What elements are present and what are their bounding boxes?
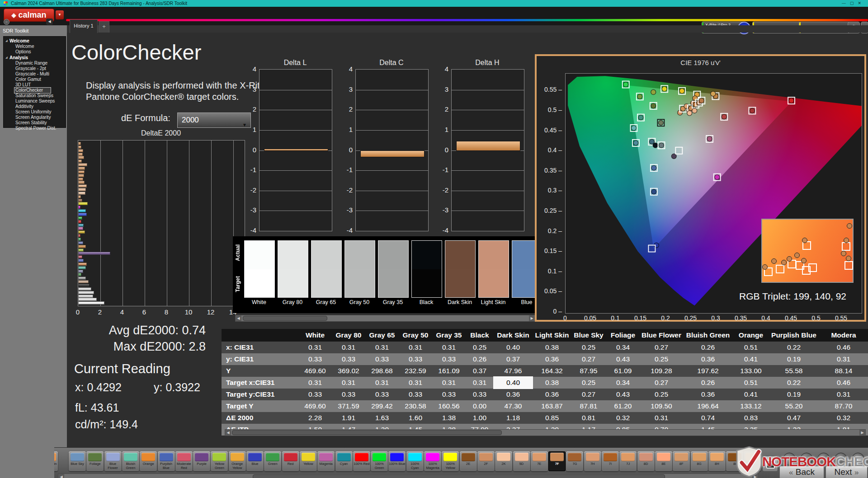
sidebar-item-additivity[interactable]: Additivity [4,104,66,109]
patch-button-100-cyan[interactable]: 100% Cyan [406,451,424,471]
patch-button-7g[interactable]: 7G [566,451,583,471]
sidebar-item-color-gamut[interactable]: Color Gamut [4,77,66,82]
sidebar-item-saturation-sweeps[interactable]: Saturation Sweeps [4,93,66,98]
patch-button-bluish-green[interactable]: Bluish Green [122,451,139,471]
sidebar-collapse-button[interactable]: ◀ [46,19,53,25]
expander-icon[interactable]: ◢ [5,39,8,42]
scroll-left-icon[interactable]: ◀ [225,430,231,436]
patch-button-green[interactable]: Green [264,451,281,471]
sidebar-item-3d-lut[interactable]: 3D LUT [4,82,66,88]
transport-button[interactable] [835,453,847,465]
patch-button-7h[interactable]: 7H [584,451,601,471]
patch-label: Moderate Red [175,462,193,470]
patch-button-8e[interactable]: 8E [655,451,672,471]
add-tab-button[interactable]: + [99,21,109,33]
patch-label: 2K [495,462,512,466]
patch-button-100-blue[interactable]: 100% Blue [388,451,406,471]
sidebar-pin-button[interactable] [4,19,9,25]
patch-button-orange[interactable]: Orange [140,451,157,471]
scroll-left-icon[interactable]: ◀ [236,315,241,321]
scroll-right-icon[interactable]: ▶ [752,474,758,478]
scroll-left-icon[interactable]: ◀ [58,474,64,478]
scroll-right-icon[interactable]: ▶ [529,315,535,321]
patch-button-8f[interactable]: 8F [673,451,690,471]
patch-button-8i[interactable]: 8I [726,451,743,471]
chevron-down-icon[interactable]: ▼ [56,10,64,19]
patch-button-100-magenta[interactable]: 100% Magenta [424,451,441,471]
sidebar-item-options[interactable]: Options [4,49,66,55]
sidebar-item-screen-stability[interactable]: Screen Stability [4,120,66,126]
scrollbar-thumb[interactable] [243,316,327,321]
patch-button-8h[interactable]: 8H [708,451,726,471]
patch-button-7f[interactable]: 7F [548,451,566,471]
sidebar-item-grayscale-multi[interactable]: Grayscale - Multi [4,71,66,77]
scrollbar[interactable]: ◀▶ [235,315,535,322]
sidebar-item-welcome[interactable]: Welcome [4,44,66,49]
patch-button-magenta[interactable]: Magenta [317,451,335,471]
patch-button-2k[interactable]: 2K [495,451,512,471]
patch-button-5d[interactable]: 5D [513,451,530,471]
tree-section[interactable]: ◢Analysis [4,55,66,61]
expander-icon[interactable]: ◢ [5,56,8,59]
deltae-bar [78,142,81,145]
patch-button-purplish-blue[interactable]: Purplish Blue [158,451,175,471]
patch-button-7i[interactable]: 7I [602,451,619,471]
table-cell: 87.95 [571,365,606,377]
patch-button-moderate-red[interactable]: Moderate Red [175,451,193,471]
patch-button-yellow[interactable]: Yellow [300,451,317,471]
patch-button-2e[interactable]: 2E [460,451,477,471]
deltae-bar [78,245,86,248]
patch-button-100-red[interactable]: 100% Red [353,451,370,471]
patch-button-foliage[interactable]: Foliage [86,451,104,471]
patch-button-cyan[interactable]: Cyan [335,451,353,471]
sidebar-item-luminance-sweeps[interactable]: Luminance Sweeps [4,98,66,104]
patch-button-blue-sky[interactable]: Blue Sky [69,451,86,471]
highlighted-cell[interactable]: 0.40 [494,377,533,389]
transport-button[interactable] [852,453,864,465]
sidebar-item-screen-uniformity[interactable]: Screen Uniformity [4,109,66,115]
window-controls[interactable]: —▢✕ [842,0,865,7]
patch-button-yellow-green[interactable]: Yellow Green [211,451,228,471]
delta-bar [456,141,521,151]
deltae-bar [78,259,84,262]
tab-history-1[interactable]: History 1 [70,19,98,33]
sidebar-item-screen-angularity[interactable]: Screen Angularity [4,115,66,120]
sidebar-item-spectral-power-dist-[interactable]: Spectral Power Dist. [4,126,66,131]
patch-button-blue-flower[interactable]: Blue Flower [104,451,122,471]
next-button[interactable]: Next » [826,466,868,478]
deltae-bar [78,159,82,163]
tree-section[interactable]: ◢Welcome [4,38,66,44]
de-formula-dropdown[interactable]: 2000 ▼ [177,112,251,128]
transport-button[interactable] [800,453,813,465]
patch-button-blue[interactable]: Blue [246,451,264,471]
stop-icon [766,460,775,469]
patch-button-red[interactable]: Red [282,451,299,471]
back-button[interactable]: « Back [779,466,824,478]
scrollbar[interactable]: ◀▶ [225,429,866,436]
transport-button[interactable] [817,453,830,465]
patch-button-7e[interactable]: 7E [531,451,548,471]
patch-button-8g[interactable]: 8G [691,451,708,471]
patch-button-8d[interactable]: 8D [637,451,655,471]
transport-button[interactable] [783,453,796,465]
sidebar-item-grayscale-2pt[interactable]: Grayscale - 2pt [4,66,66,71]
sidebar-item-dynamic-range[interactable]: Dynamic Range [4,61,66,66]
patch-button-2f[interactable]: 2F [477,451,495,471]
rgb-triplet-readout: RGB Triplet: 199, 140, 92 [739,291,846,302]
table-cell: 1.38 [432,412,466,424]
scrollbar-thumb[interactable] [232,430,502,435]
scrollbar-thumb[interactable] [253,474,665,478]
stop-button[interactable] [762,456,778,472]
patch-button-orange-yellow[interactable]: Orange Yellow [229,451,246,471]
patch-button-light-skin[interactable]: Light Skin [54,451,58,471]
scroll-right-icon[interactable]: ▶ [859,430,865,436]
patch-button-100-green[interactable]: 100% Green [371,451,388,471]
deltae-bar [78,276,86,280]
deltae-bar [78,248,84,252]
scrollbar[interactable]: ◀▶ [58,473,759,478]
patch-button-7j[interactable]: 7J [619,451,637,471]
sidebar-item-colorchecker[interactable]: ColorChecker [14,88,51,93]
patch-button-100-yellow[interactable]: 100% Yellow [442,451,459,471]
patch-button-8j[interactable]: 8J [744,451,761,471]
patch-button-purple[interactable]: Purple [193,451,210,471]
